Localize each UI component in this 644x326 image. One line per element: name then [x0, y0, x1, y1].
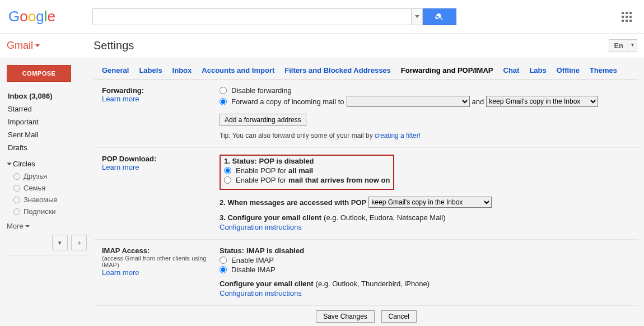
- sidebar-circle-item[interactable]: Семья: [7, 182, 89, 194]
- pop-learn-more[interactable]: Learn more: [102, 163, 220, 171]
- sidebar-status-button[interactable]: ▾: [52, 235, 68, 250]
- compose-button[interactable]: COMPOSE: [7, 65, 71, 82]
- label-imap-enable: Enable IMAP: [231, 256, 274, 264]
- sidebar-add-button[interactable]: ＋: [71, 235, 87, 250]
- forwarding-learn-more[interactable]: Learn more: [102, 95, 220, 103]
- gmail-dropdown[interactable]: Gmail: [7, 40, 94, 52]
- search-input[interactable]: [92, 8, 412, 25]
- imap-status-value: IMAP is disabled: [246, 246, 304, 255]
- sidebar-sent[interactable]: Sent Mail: [7, 128, 89, 141]
- tab-labels[interactable]: Labels: [139, 66, 162, 78]
- sidebar-starred[interactable]: Starred: [7, 103, 89, 115]
- tab-inbox[interactable]: Inbox: [172, 66, 192, 78]
- tab-offline[interactable]: Offline: [557, 66, 580, 78]
- tab-labs[interactable]: Labs: [529, 66, 546, 78]
- radio-disable-forwarding[interactable]: [220, 87, 227, 94]
- tab-chat[interactable]: Chat: [503, 66, 520, 78]
- sidebar-circle-item[interactable]: Знакомые: [7, 194, 89, 206]
- apps-icon[interactable]: [622, 12, 632, 22]
- label-pop-all-pre: Enable POP for: [236, 166, 286, 175]
- label-pop-now-pre: Enable POP for: [236, 176, 286, 184]
- label-and: and: [472, 97, 484, 106]
- label-disable-forwarding: Disable forwarding: [231, 86, 292, 95]
- sidebar-circle-item[interactable]: Подписки: [7, 206, 89, 217]
- pop-status-label: 1. Status:: [224, 157, 257, 165]
- label-imap-disable: Disable IMAP: [231, 266, 276, 274]
- imap-note: (access Gmail from other clients using I…: [102, 255, 220, 268]
- sidebar-drafts[interactable]: Drafts: [7, 141, 89, 154]
- label-forward-copy: Forward a copy of incoming mail to: [231, 97, 344, 106]
- pop-configure-label: 3. Configure your email client: [220, 213, 321, 222]
- pop-status-value: POP is disabled: [259, 157, 314, 165]
- pop-highlight-box: 1. Status: POP is disabled Enable POP fo…: [220, 155, 394, 190]
- pop-title: POP Download:: [102, 155, 220, 163]
- label-pop-now-bold: mail that arrives from now on: [288, 176, 390, 184]
- add-forwarding-address-button[interactable]: Add a forwarding address: [220, 114, 306, 126]
- save-changes-button[interactable]: Save Changes: [316, 310, 375, 323]
- page-title: Settings: [94, 39, 609, 52]
- create-filter-link[interactable]: creating a filter!: [375, 132, 421, 139]
- pop-action-select[interactable]: keep Gmail's copy in the Inbox: [368, 197, 492, 208]
- google-logo[interactable]: Google: [6, 8, 92, 25]
- imap-learn-more[interactable]: Learn more: [102, 268, 220, 277]
- radio-pop-now[interactable]: [224, 176, 231, 184]
- tab-filters[interactable]: Filters and Blocked Addresses: [284, 66, 391, 78]
- label-pop-all-bold: all mail: [288, 166, 313, 175]
- sidebar-more[interactable]: More: [7, 217, 89, 230]
- sidebar-divider: [7, 255, 89, 255]
- tab-accounts[interactable]: Accounts and Import: [202, 66, 274, 78]
- pop-when-label: 2. When messages are accessed with POP: [220, 198, 366, 207]
- imap-title: IMAP Access:: [102, 246, 220, 255]
- radio-forward-copy[interactable]: [220, 98, 227, 105]
- sidebar-inbox[interactable]: Inbox (3,086): [7, 90, 89, 103]
- language-button[interactable]: En: [609, 39, 628, 52]
- tab-forwarding[interactable]: Forwarding and POP/IMAP: [401, 66, 493, 78]
- pop-config-instructions-link[interactable]: Configuration instructions: [220, 223, 631, 231]
- radio-imap-enable[interactable]: [220, 257, 227, 264]
- forward-address-select[interactable]: [347, 96, 470, 107]
- imap-configure-label: Configure your email client: [220, 280, 314, 288]
- search-options-dropdown[interactable]: [412, 8, 423, 25]
- forwarding-tip: Tip: You can also forward only some of y…: [220, 132, 375, 139]
- search-button[interactable]: [423, 8, 456, 25]
- language-dropdown[interactable]: ▾: [628, 39, 637, 52]
- sidebar-circles[interactable]: Circles: [7, 157, 89, 170]
- radio-pop-all[interactable]: [224, 167, 231, 174]
- sidebar-circle-item[interactable]: Друзья: [7, 170, 89, 182]
- search-icon: [435, 12, 444, 21]
- forwarding-title: Forwarding:: [102, 86, 220, 95]
- sidebar-important[interactable]: Important: [7, 115, 89, 128]
- imap-configure-eg: (e.g. Outlook, Thunderbird, iPhone): [316, 280, 430, 288]
- imap-status-label: Status:: [220, 246, 244, 255]
- tab-themes[interactable]: Themes: [590, 66, 617, 78]
- cancel-button[interactable]: Cancel: [381, 310, 417, 323]
- pop-configure-eg: (e.g. Outlook, Eudora, Netscape Mail): [324, 213, 446, 222]
- forward-action-select[interactable]: keep Gmail's copy in the Inbox: [486, 96, 598, 107]
- radio-imap-disable[interactable]: [220, 266, 227, 273]
- imap-config-instructions-link[interactable]: Configuration instructions: [220, 289, 631, 297]
- tab-general[interactable]: General: [102, 66, 129, 78]
